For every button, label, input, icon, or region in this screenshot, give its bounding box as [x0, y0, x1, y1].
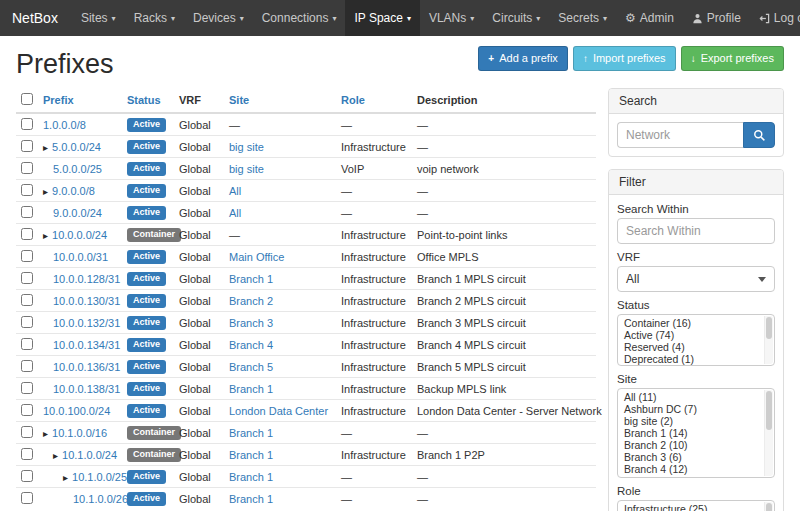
prefix-link[interactable]: 10.0.0.0/24 — [52, 229, 107, 241]
app-brand[interactable]: NetBox — [0, 0, 72, 36]
select-all-checkbox[interactable] — [21, 93, 33, 105]
listbox-option[interactable]: Active (74) — [618, 329, 774, 341]
vrf-select[interactable]: All — [617, 266, 775, 292]
site-listbox[interactable]: All (11)Ashburn DC (7)big site (2)Branch… — [617, 388, 775, 478]
export-prefixes-button[interactable]: ↓ Export prefixes — [681, 46, 784, 71]
listbox-option[interactable]: All (11) — [618, 391, 774, 403]
site-link[interactable]: Branch 1 — [229, 493, 273, 505]
listbox-option[interactable]: Branch 4 (12) — [618, 463, 774, 475]
prefix-link[interactable]: 10.0.0.132/31 — [53, 317, 120, 329]
scrollbar[interactable] — [764, 316, 773, 364]
scrollbar-thumb[interactable] — [766, 391, 772, 430]
site-link[interactable]: All — [229, 207, 241, 219]
site-link[interactable]: Branch 1 — [229, 449, 273, 461]
row-checkbox[interactable] — [21, 184, 33, 196]
scrollbar-thumb[interactable] — [766, 503, 772, 511]
prefix-link[interactable]: 10.1.0.0/25 — [72, 471, 127, 483]
prefix-link[interactable]: 10.0.0.128/31 — [53, 273, 120, 285]
site-link[interactable]: Branch 1 — [229, 383, 273, 395]
listbox-option[interactable]: Branch 5 (7) — [618, 475, 774, 478]
row-checkbox[interactable] — [21, 228, 33, 240]
listbox-option[interactable]: Branch 2 (10) — [618, 439, 774, 451]
site-link[interactable]: Branch 3 — [229, 317, 273, 329]
column-header-prefix[interactable]: Prefix — [38, 88, 122, 113]
expand-toggle-icon[interactable]: ▸ — [43, 230, 48, 241]
add-prefix-button[interactable]: + Add a prefix — [478, 46, 568, 71]
prefix-link[interactable]: 9.0.0.0/24 — [53, 207, 102, 219]
prefix-link[interactable]: 5.0.0.0/24 — [52, 141, 101, 153]
row-checkbox[interactable] — [21, 294, 33, 306]
role-listbox[interactable]: Infrastructure (25)Management (8)Private… — [617, 500, 775, 511]
row-checkbox[interactable] — [21, 382, 33, 394]
prefix-link[interactable]: 10.1.0.0/24 — [62, 449, 117, 461]
expand-toggle-icon[interactable]: ▸ — [53, 450, 58, 461]
listbox-option[interactable]: big site (2) — [618, 415, 774, 427]
site-link[interactable]: All — [229, 185, 241, 197]
listbox-option[interactable]: Reserved (4) — [618, 341, 774, 353]
prefix-link[interactable]: 10.0.0.138/31 — [53, 383, 120, 395]
row-checkbox[interactable] — [21, 492, 33, 504]
nav-item-logout[interactable]: Log out — [750, 0, 800, 36]
row-checkbox[interactable] — [21, 272, 33, 284]
site-link[interactable]: Branch 2 — [229, 295, 273, 307]
prefix-link[interactable]: 10.1.0.0/26 — [73, 493, 128, 505]
row-checkbox[interactable] — [21, 404, 33, 416]
nav-item-sites[interactable]: Sites ▾ — [72, 0, 125, 36]
row-checkbox[interactable] — [21, 470, 33, 482]
row-checkbox[interactable] — [21, 448, 33, 460]
row-checkbox[interactable] — [21, 140, 33, 152]
nav-item-vlans[interactable]: VLANs ▾ — [420, 0, 483, 36]
listbox-option[interactable]: Deprecated (1) — [618, 353, 774, 365]
row-checkbox[interactable] — [21, 250, 33, 262]
nav-item-admin[interactable]: ⚙ Admin — [616, 0, 683, 36]
expand-toggle-icon[interactable]: ▸ — [43, 186, 48, 197]
listbox-option[interactable]: Ashburn DC (7) — [618, 403, 774, 415]
row-checkbox[interactable] — [21, 118, 33, 130]
nav-item-racks[interactable]: Racks ▾ — [125, 0, 184, 36]
site-link[interactable]: big site — [229, 141, 264, 153]
scrollbar[interactable] — [764, 502, 773, 511]
prefix-link[interactable]: 10.0.0.0/31 — [53, 251, 108, 263]
column-header-status[interactable]: Status — [122, 88, 174, 113]
column-header-role[interactable]: Role — [336, 88, 412, 113]
prefix-link[interactable]: 10.0.0.130/31 — [53, 295, 120, 307]
listbox-option[interactable]: Branch 3 (6) — [618, 451, 774, 463]
prefix-link[interactable]: 10.1.0.0/16 — [52, 427, 107, 439]
search-within-input[interactable] — [617, 218, 775, 244]
import-prefixes-button[interactable]: ↑ Import prefixes — [573, 46, 676, 71]
row-checkbox[interactable] — [21, 162, 33, 174]
row-checkbox[interactable] — [21, 426, 33, 438]
scrollbar-thumb[interactable] — [766, 317, 772, 339]
listbox-option[interactable]: Container (16) — [618, 317, 774, 329]
prefix-link[interactable]: 5.0.0.0/25 — [53, 163, 102, 175]
nav-item-secrets[interactable]: Secrets ▾ — [549, 0, 616, 36]
listbox-option[interactable]: Infrastructure (25) — [618, 503, 774, 511]
expand-toggle-icon[interactable]: ▸ — [43, 428, 48, 439]
site-link[interactable]: Branch 1 — [229, 427, 273, 439]
prefix-link[interactable]: 10.0.0.136/31 — [53, 361, 120, 373]
column-header-site[interactable]: Site — [224, 88, 336, 113]
site-link[interactable]: Branch 5 — [229, 361, 273, 373]
row-checkbox[interactable] — [21, 360, 33, 372]
site-link[interactable]: London Data Center — [229, 405, 328, 417]
row-checkbox[interactable] — [21, 338, 33, 350]
site-link[interactable]: Main Office — [229, 251, 284, 263]
row-checkbox[interactable] — [21, 206, 33, 218]
site-link[interactable]: Branch 1 — [229, 273, 273, 285]
site-link[interactable]: big site — [229, 163, 264, 175]
row-checkbox[interactable] — [21, 316, 33, 328]
search-input[interactable] — [617, 122, 743, 148]
expand-toggle-icon[interactable]: ▸ — [43, 142, 48, 153]
nav-item-devices[interactable]: Devices ▾ — [184, 0, 253, 36]
listbox-option[interactable]: Branch 1 (14) — [618, 427, 774, 439]
nav-item-profile[interactable]: Profile — [683, 0, 750, 36]
nav-item-circuits[interactable]: Circuits ▾ — [483, 0, 549, 36]
prefix-link[interactable]: 1.0.0.0/8 — [43, 119, 86, 131]
status-listbox[interactable]: Container (16)Active (74)Reserved (4)Dep… — [617, 314, 775, 366]
nav-item-connections[interactable]: Connections ▾ — [253, 0, 346, 36]
expand-toggle-icon[interactable]: ▸ — [63, 472, 68, 483]
scrollbar[interactable] — [764, 390, 773, 476]
nav-item-ip-space[interactable]: IP Space ▾ — [345, 0, 420, 36]
site-link[interactable]: Branch 4 — [229, 339, 273, 351]
search-button[interactable] — [743, 122, 775, 148]
